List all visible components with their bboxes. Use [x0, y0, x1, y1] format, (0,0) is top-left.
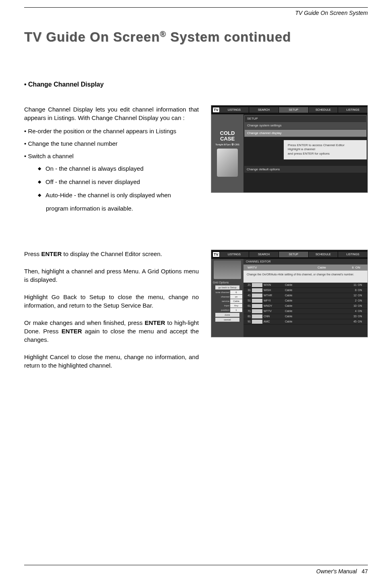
grid-options-header: Grid Options: [213, 281, 242, 285]
channel-row: 41WTHRCable12ON: [243, 293, 367, 298]
p1: Press ENTER to display the Channel Edito…: [24, 250, 199, 258]
shot1-topbar: TV LISTINGS SEARCH SETUP SCHEDULE LISTIN…: [211, 105, 367, 114]
footer: Owner's Manual 47: [24, 565, 368, 576]
footer-label: Owner's Manual: [316, 568, 357, 575]
channel-row: 21WXINCable11ON: [243, 283, 367, 288]
channel-row: 71WTTVCable4ON: [243, 309, 367, 314]
title-sup: ®: [160, 29, 166, 38]
help-line: Highlight a channel: [288, 147, 363, 151]
screenshot-1: TV LISTINGS SEARCH SETUP SCHEDULE LISTIN…: [211, 105, 368, 193]
shot1-logo: TV: [213, 107, 219, 113]
channel-editor-header: CHANNEL EDITOR: [243, 259, 367, 265]
p4: Or make changes and when finished, press…: [24, 318, 199, 344]
section-2: Press ENTER to display the Channel Edito…: [24, 250, 368, 378]
shot1-menu-item: Change default options: [244, 166, 367, 173]
subheading: • Change Channel Display: [24, 80, 368, 89]
channel-row: 91AMCCable45ON: [243, 319, 367, 325]
sub-3b: program information is available.: [38, 204, 199, 213]
p5: Highlight Cancel to close the menu, chan…: [24, 353, 199, 370]
shot2-logo: TV: [213, 252, 219, 257]
help-line: Press ENTER to access Channel Editor: [288, 143, 363, 147]
opt-goback: go back to Setup: [215, 285, 239, 289]
title-main: TV Guide On Screen: [24, 29, 160, 44]
opt-cancel: cancel: [215, 318, 239, 322]
p2: Then, highlight a channel and press Menu…: [24, 267, 199, 284]
promo-line1: COLD: [211, 130, 243, 136]
shot2-tab: LISTINGS: [338, 252, 367, 257]
shot2-tab: SEARCH: [249, 252, 279, 257]
help-line: and press ENTER for options: [288, 152, 363, 156]
sub-3: Auto-Hide - the channel is only displaye…: [38, 191, 199, 199]
header-rule: [24, 7, 368, 8]
channel-row: 51WFYICable2ON: [243, 298, 367, 304]
shot2-topbar: TV LISTINGS SEARCH SETUP SCHEDULE LISTIN…: [211, 250, 367, 259]
shot2-video-preview: [214, 260, 241, 279]
promo-sub: Tonight 8/7pm ⦿ CBS: [211, 143, 243, 146]
shot1-tab: LISTINGS: [338, 107, 367, 113]
channel-list: 21WXINCable11ON31WISHCable8ON41WTHRCable…: [243, 283, 367, 337]
shot2-side: Grid Options go back to Setup tune chann…: [211, 259, 243, 337]
opt-done: done: [215, 313, 239, 317]
shot1-tab: SETUP: [279, 107, 308, 113]
section-1: Change Channel Display lets you edit cha…: [24, 105, 368, 217]
channel-row: 81CNNCable33ON: [243, 314, 367, 319]
screenshot-2: TV LISTINGS SEARCH SETUP SCHEDULE LISTIN…: [211, 250, 368, 337]
shot1-tab: SCHEDULE: [308, 107, 338, 113]
page-number: 47: [361, 568, 368, 575]
current-channel-row: WRTV Cable 6 ON: [243, 265, 367, 271]
bullet-list: Re-order the position or the channel app…: [24, 127, 199, 160]
section-2-text: Press ENTER to display the Channel Edito…: [24, 250, 199, 378]
shot1-helpbox: Press ENTER to access Channel Editor Hig…: [284, 140, 367, 159]
p3: Highlight Go Back to Setup to close the …: [24, 293, 199, 310]
channel-desc: Change the On/Off/Auto-Hide setting of t…: [243, 271, 367, 283]
header-section: TV Guide On Screen System: [24, 9, 368, 17]
page-title: TV Guide On Screen® System continued: [24, 28, 368, 46]
shot2-tab: LISTINGS: [219, 252, 249, 257]
shot1-tab: SEARCH: [249, 107, 279, 113]
sub-2: Off - the channel is never displayed: [38, 178, 199, 186]
sub-list: On - the channel is always displayed Off…: [24, 164, 199, 213]
title-rest: System continued: [166, 29, 291, 44]
section-1-text: Change Channel Display lets you edit cha…: [24, 105, 199, 217]
shot1-menu-item-selected: Change channel display: [245, 129, 366, 136]
shot1-tab: LISTINGS: [219, 107, 249, 113]
shot1-menu-item: Change system settings: [245, 122, 366, 129]
screenshot-2-container: TV LISTINGS SEARCH SETUP SCHEDULE LISTIN…: [211, 250, 368, 337]
shot2-tab: SCHEDULE: [308, 252, 338, 257]
sub-1: On - the channel is always displayed: [38, 164, 199, 173]
bullet-1: Re-order the position or the channel app…: [24, 127, 199, 135]
screenshot-1-container: TV LISTINGS SEARCH SETUP SCHEDULE LISTIN…: [211, 105, 368, 193]
shot2-tab: SETUP: [279, 252, 308, 257]
intro-para: Change Channel Display lets you edit cha…: [24, 105, 199, 122]
promo-image: [217, 149, 238, 177]
channel-row: 61WNDYCable10ON: [243, 304, 367, 309]
bullet-2: Change the tune channel number: [24, 139, 199, 148]
bullet-3: Switch a channel: [24, 152, 199, 160]
shot1-promo: COLD CASE Tonight 8/7pm ⦿ CBS: [211, 114, 243, 192]
promo-line2: CASE: [211, 136, 243, 142]
shot1-menu-header: SETUP: [245, 116, 366, 122]
channel-row: 31WISHCable8ON: [243, 288, 367, 293]
